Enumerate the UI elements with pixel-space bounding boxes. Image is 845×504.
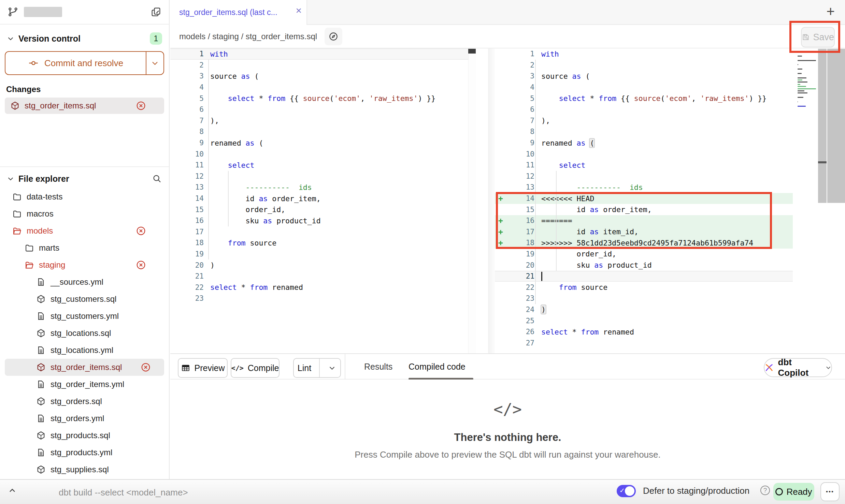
file-item-stg-orders-sql[interactable]: stg_orders.sql bbox=[0, 393, 169, 410]
save-button[interactable]: Save bbox=[801, 27, 835, 47]
code-line[interactable]: 9renamed as ( bbox=[170, 137, 468, 149]
file-item-stg-customers-yml[interactable]: stg_customers.yml bbox=[0, 308, 169, 325]
code-line[interactable]: 6 bbox=[495, 104, 793, 115]
more-options-button[interactable]: ••• bbox=[820, 482, 840, 501]
code-line[interactable]: 12 bbox=[170, 171, 468, 182]
file-item-stg-locations-sql[interactable]: stg_locations.sql bbox=[0, 325, 169, 342]
file-item-stg-order-items-sql[interactable]: stg_order_items.sql bbox=[5, 359, 164, 376]
file-item-stg-order-items-yml[interactable]: stg_order_items.yml bbox=[0, 376, 169, 393]
file-item-stg-products-sql[interactable]: stg_products.sql bbox=[0, 427, 169, 444]
search-icon[interactable] bbox=[152, 174, 162, 184]
code-line[interactable]: 11 select bbox=[170, 160, 468, 171]
code-line[interactable]: 17 bbox=[170, 226, 468, 238]
file-item--sources-yml[interactable]: __sources.yml bbox=[0, 273, 169, 291]
code-line[interactable]: 12 bbox=[495, 171, 793, 182]
file-item-stg-products-yml[interactable]: stg_products.yml bbox=[0, 444, 169, 461]
conflict-icon[interactable] bbox=[136, 101, 146, 111]
copy-icon[interactable] bbox=[151, 6, 161, 17]
code-line[interactable]: 13 ---------- ids bbox=[495, 182, 793, 193]
file-item-staging[interactable]: staging bbox=[0, 256, 169, 273]
code-line[interactable]: 7), bbox=[495, 115, 793, 127]
dbt-copilot-button[interactable]: dbt Copilot bbox=[764, 358, 832, 377]
code-line[interactable]: 9renamed as ( bbox=[495, 137, 793, 149]
tab-stg-order-items[interactable]: stg_order_items.sql (last c... × bbox=[170, 0, 307, 25]
code-line[interactable]: 24) bbox=[495, 304, 793, 315]
editor-scrollbar[interactable] bbox=[827, 49, 845, 203]
code-line[interactable]: +18>>>>>>> 58c1dd23d5eebd9cd2495fa7124ab… bbox=[495, 237, 793, 249]
code-line[interactable]: 8 bbox=[495, 126, 793, 137]
collapse-console-button[interactable] bbox=[8, 486, 17, 495]
code-line[interactable]: +14<<<<<<< HEAD bbox=[495, 193, 793, 204]
commit-dropdown-button[interactable] bbox=[146, 52, 163, 74]
file-item-stg-locations-yml[interactable]: stg_locations.yml bbox=[0, 342, 169, 359]
code-line[interactable]: 4 bbox=[170, 82, 468, 93]
change-item[interactable]: stg_order_items.sql bbox=[5, 98, 164, 114]
preview-button[interactable]: Preview bbox=[178, 358, 228, 378]
code-line[interactable]: 1with bbox=[495, 48, 793, 60]
chevron-down-icon[interactable] bbox=[7, 175, 14, 182]
code-line[interactable]: 15 id as order_item, bbox=[495, 204, 793, 215]
new-tab-button[interactable]: + bbox=[826, 3, 835, 20]
code-line[interactable]: 5 select * from {{ source('ecom', 'raw_i… bbox=[170, 93, 468, 104]
code-line[interactable]: 13 ---------- ids bbox=[170, 182, 468, 193]
lint-dropdown-button[interactable] bbox=[324, 364, 340, 372]
code-line[interactable]: 11 select bbox=[495, 160, 793, 171]
code-line[interactable]: 10 bbox=[495, 148, 793, 160]
defer-toggle[interactable]: ✓ bbox=[617, 485, 636, 497]
code-line[interactable]: 21 bbox=[170, 271, 468, 282]
code-line[interactable]: +16======= bbox=[495, 215, 793, 226]
file-item-data-tests[interactable]: data-tests bbox=[0, 188, 169, 205]
code-line[interactable]: 10 bbox=[170, 148, 468, 160]
tab-compiled-code[interactable]: Compiled code bbox=[409, 354, 466, 380]
compile-button[interactable]: </> Compile bbox=[231, 358, 280, 378]
code-line[interactable]: 3source as ( bbox=[170, 71, 468, 82]
code-line[interactable]: 20 sku as product_id bbox=[495, 260, 793, 271]
file-item-macros[interactable]: macros bbox=[0, 205, 169, 222]
code-line[interactable]: 26select * from renamed bbox=[495, 326, 793, 338]
editor-pane-right[interactable]: 1with23source as (45 select * from {{ so… bbox=[495, 48, 845, 353]
code-line[interactable]: 3source as ( bbox=[495, 71, 793, 82]
minimap-scrollbar[interactable] bbox=[818, 49, 827, 203]
lineage-button[interactable] bbox=[325, 28, 342, 45]
code-line[interactable]: 16 sku as product_id bbox=[170, 215, 468, 226]
conflict-icon[interactable] bbox=[136, 260, 146, 270]
chevron-down-icon[interactable] bbox=[7, 35, 14, 42]
command-input[interactable] bbox=[58, 485, 571, 500]
file-item-marts[interactable]: marts bbox=[0, 239, 169, 256]
code-line[interactable]: 8 bbox=[170, 126, 468, 137]
code-line[interactable]: 14 id as order_item, bbox=[170, 193, 468, 204]
code-line[interactable]: 19 bbox=[170, 249, 468, 260]
code-line[interactable]: 19 order_id, bbox=[495, 249, 793, 260]
tab-results[interactable]: Results bbox=[364, 354, 392, 380]
file-item-models[interactable]: models bbox=[0, 222, 169, 239]
code-line[interactable]: 1with bbox=[170, 48, 468, 60]
conflict-icon[interactable] bbox=[141, 362, 151, 372]
code-line[interactable]: 25 bbox=[495, 315, 793, 326]
code-line[interactable]: 7), bbox=[170, 115, 468, 127]
file-item-stg-customers-sql[interactable]: stg_customers.sql bbox=[0, 291, 169, 308]
left-pane-scrollbar-track[interactable] bbox=[468, 48, 476, 353]
code-line[interactable]: 4 bbox=[495, 82, 793, 93]
minimap[interactable] bbox=[798, 51, 817, 110]
help-icon[interactable]: ? bbox=[760, 486, 770, 495]
file-item-stg-orders-yml[interactable]: stg_orders.yml bbox=[0, 410, 169, 427]
code-line[interactable]: 27 bbox=[495, 337, 793, 349]
code-line[interactable]: 15 order_id, bbox=[170, 204, 468, 215]
left-pane-scrollbar-thumb[interactable] bbox=[468, 49, 476, 54]
code-line[interactable]: 23 bbox=[495, 293, 793, 304]
code-line[interactable]: 18 from source bbox=[170, 237, 468, 249]
conflict-icon[interactable] bbox=[136, 226, 146, 236]
code-line[interactable]: 22 from source bbox=[495, 282, 793, 293]
code-line[interactable]: 5 select * from {{ source('ecom', 'raw_i… bbox=[495, 93, 793, 104]
lint-button[interactable]: Lint bbox=[293, 358, 341, 378]
code-line[interactable]: 23 bbox=[170, 293, 468, 304]
code-line[interactable]: 2 bbox=[170, 60, 468, 71]
code-line[interactable]: 21 bbox=[495, 271, 793, 282]
code-line[interactable]: 2 bbox=[495, 60, 793, 71]
file-item-stg-supplies-sql[interactable]: stg_supplies.sql bbox=[0, 461, 169, 478]
commit-and-resolve-button[interactable]: Commit and resolve bbox=[5, 51, 164, 75]
code-line[interactable]: 20) bbox=[170, 260, 468, 271]
editor-pane-left[interactable]: 1with23source as (45 select * from {{ so… bbox=[170, 48, 476, 353]
close-icon[interactable]: × bbox=[296, 5, 302, 16]
code-line[interactable]: +17 id as item_id, bbox=[495, 226, 793, 238]
